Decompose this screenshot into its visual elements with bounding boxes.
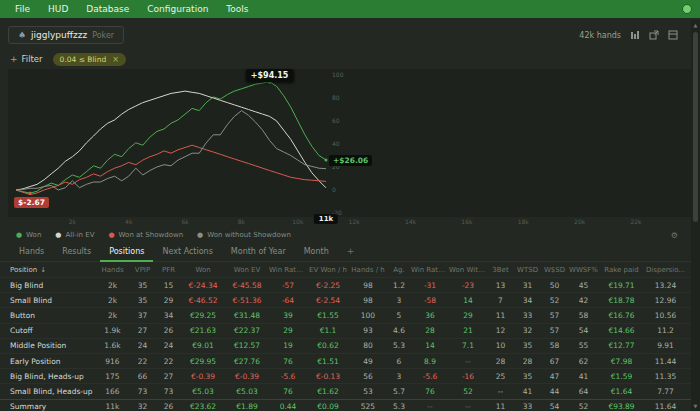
cell-won-with: 21 xyxy=(449,326,487,335)
column-header-rake-paid[interactable]: Rake paid xyxy=(599,266,644,274)
column-header-label: 3Bet xyxy=(492,266,508,274)
position-cell: Summary xyxy=(10,402,96,411)
menu-item-file[interactable]: File xyxy=(6,0,39,18)
cell-w-sd: 50 xyxy=(541,281,568,290)
table-row-big-blind[interactable]: Big Blind2k3515€-24.34€-45.58-57€-2.2598… xyxy=(0,277,700,292)
add-filter-button[interactable]: + Filter xyxy=(10,54,43,64)
scroll-up-icon[interactable]: ▲ xyxy=(694,20,698,30)
column-header-ag[interactable]: Ag. xyxy=(387,266,411,274)
remove-filter-icon[interactable]: × xyxy=(112,55,119,64)
cell-3bet: 11 xyxy=(487,311,514,320)
chart-series-won xyxy=(16,82,326,193)
menu-bar-items: FileHUDDatabaseConfigurationTools xyxy=(6,0,258,18)
column-header-3bet[interactable]: 3Bet xyxy=(487,266,514,274)
legend-item-all-in-ev[interactable]: ●All-in EV xyxy=(55,231,94,239)
cell-vpip: 22 xyxy=(129,357,156,366)
cell-wwsf: 54 xyxy=(568,326,599,335)
chart-peak-tooltip: +$94.15 xyxy=(246,69,294,82)
column-header-label: Won xyxy=(195,266,210,274)
cell-won-with: -23 xyxy=(449,281,487,290)
column-header-dispersio[interactable]: Dispersio... xyxy=(644,266,687,274)
table-row-cutoff[interactable]: Cutoff1.9k2726€21.63€22.3729€1.1934.6282… xyxy=(0,323,700,338)
player-selector[interactable]: ♠ jigglypuffzzz Poker xyxy=(8,26,124,44)
column-header-w-sd[interactable]: W$SD xyxy=(541,266,568,274)
cell-dispersio: 12.96 xyxy=(644,296,687,305)
column-header-hands[interactable]: Hands xyxy=(96,266,129,274)
cell-wwsf: 45 xyxy=(568,281,599,290)
cell-win-rate: 0.44 xyxy=(269,402,307,411)
cell-3bet: 25 xyxy=(487,372,514,381)
cell-won-with: 29 xyxy=(449,311,487,320)
legend-item-won-without-showdown[interactable]: ●Won without Showdown xyxy=(197,231,291,239)
column-header-ev-won-h[interactable]: EV Won / h xyxy=(307,266,349,274)
table-row-big-blind-heads-up[interactable]: Big Blind, Heads-up1756627€-0.39€-0.39-5… xyxy=(0,368,700,383)
report-columns-icon[interactable] xyxy=(629,30,640,41)
column-header-won-ev[interactable]: Won EV xyxy=(225,266,269,274)
cell-vpip: 66 xyxy=(129,372,156,381)
menu-item-configuration[interactable]: Configuration xyxy=(138,0,217,18)
column-header-win-rate[interactable]: Win Rate... xyxy=(411,266,449,274)
tab-next-actions[interactable]: Next Actions xyxy=(153,247,221,262)
legend-item-won[interactable]: ●Won xyxy=(16,231,41,239)
positions-table: Position↓HandsVPIPPFRWonWon EVWin Rate..… xyxy=(0,262,700,411)
column-header-pfr[interactable]: PFR xyxy=(156,266,181,274)
tab-hands[interactable]: Hands xyxy=(10,247,53,262)
player-icon: ♠ xyxy=(18,31,26,40)
tab-month[interactable]: Month xyxy=(295,247,338,262)
x-axis-tick: 10k xyxy=(292,218,303,225)
tab-add-button[interactable]: + xyxy=(338,246,364,262)
table-row-summary[interactable]: Summary11k3226€23.62€1.890.44€0.095255.3… xyxy=(0,399,700,411)
column-header-hands-h[interactable]: Hands / h xyxy=(349,266,387,274)
chart-min-value-label: $-2.67 xyxy=(14,197,49,208)
column-header-wwsf[interactable]: WWSF% xyxy=(568,266,599,274)
table-row-button[interactable]: Button2k3734€29.25€31.4839€1.55100536291… xyxy=(0,307,700,322)
cell-hands: 175 xyxy=(96,372,129,381)
app-logo-icon[interactable] xyxy=(682,4,692,14)
tab-results[interactable]: Results xyxy=(53,247,100,262)
scrollbar-thumb[interactable] xyxy=(693,32,698,222)
layout-icon[interactable] xyxy=(667,30,678,41)
column-header-wtsd[interactable]: WTSD xyxy=(514,266,541,274)
vertical-scrollbar[interactable]: ▲ ▼ xyxy=(691,20,700,411)
column-header-vpip[interactable]: VPIP xyxy=(129,266,156,274)
position-cell: Button xyxy=(10,311,96,320)
cell-wtsd: 41 xyxy=(514,387,541,396)
table-row-early-position[interactable]: Early Position9162222€29.95€27.7676€1.51… xyxy=(0,353,700,368)
cell-win-rate: 19 xyxy=(269,341,307,350)
column-header-win-rate[interactable]: Win Rate... xyxy=(269,266,307,274)
scroll-down-icon[interactable]: ▼ xyxy=(694,401,698,411)
tab-positions[interactable]: Positions xyxy=(100,247,153,262)
table-row-middle-position[interactable]: Middle Position1.6k2424€9.01€12.5719€0.6… xyxy=(0,338,700,353)
menu-item-database[interactable]: Database xyxy=(77,0,138,18)
cell-pfr: 29 xyxy=(156,296,181,305)
popout-icon[interactable] xyxy=(648,30,659,41)
table-row-small-blind[interactable]: Small Blind2k3529€-46.52€-51.36-64€-2.54… xyxy=(0,292,700,307)
cell-ag: 5.3 xyxy=(387,341,411,350)
cell-3bet: 13 xyxy=(487,281,514,290)
cell-pfr: 15 xyxy=(156,281,181,290)
menu-item-tools[interactable]: Tools xyxy=(217,0,257,18)
y-axis-tick: 100 xyxy=(332,71,344,78)
cell-3bet: 12 xyxy=(487,326,514,335)
cell-won-with: 52 xyxy=(449,387,487,396)
x-axis-tick: 14k xyxy=(405,218,416,225)
winnings-chart: 100806040200-20 +$94.15 +$26.06 $-2.67 xyxy=(8,69,692,217)
cell-won: €29.95 xyxy=(181,357,225,366)
cell-dispersio: 13.24 xyxy=(644,281,687,290)
chart-settings-icon[interactable]: ⚙ xyxy=(671,231,678,240)
chart-x-axis: 11k 2k4k6k8k10k12k14k16k18k20k22k xyxy=(8,217,692,227)
legend-item-won-at-showdown[interactable]: ●Won at Showdown xyxy=(108,231,183,239)
tab-month-of-year[interactable]: Month of Year xyxy=(222,247,295,262)
column-header-won[interactable]: Won xyxy=(181,266,225,274)
filter-tag-blind[interactable]: 0.04 ≤ Blind × xyxy=(53,53,126,66)
x-axis-tick: 4k xyxy=(125,218,132,225)
column-header-position[interactable]: Position↓ xyxy=(10,266,96,274)
cell-dispersio: 11.64 xyxy=(644,402,687,411)
column-header-label: Hands xyxy=(101,266,123,274)
table-row-small-blind-heads-up[interactable]: Small Blind, Heads-up1667373€5.03€5.0376… xyxy=(0,383,700,398)
cell-won-ev: €-0.39 xyxy=(225,372,269,381)
column-header-label: Ag. xyxy=(393,266,404,274)
column-header-won-with[interactable]: Won With... xyxy=(449,266,487,274)
cell-wtsd: 28 xyxy=(514,357,541,366)
menu-item-hud[interactable]: HUD xyxy=(39,0,77,18)
